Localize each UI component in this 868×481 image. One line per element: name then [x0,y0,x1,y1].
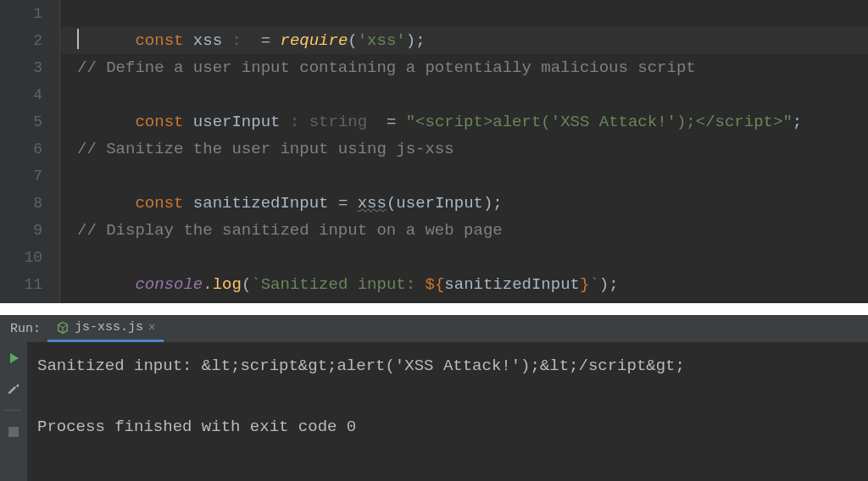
gutter-line: 2 [0,27,42,54]
gutter-line: 4 [0,81,42,108]
gutter-line: 7 [0,163,42,190]
gutter-line: 9 [0,217,42,244]
gutter-line: 1 [0,0,42,27]
stop-button[interactable] [4,423,23,441]
svg-rect-0 [8,427,19,437]
gutter-line: 6 [0,135,42,163]
rerun-button[interactable] [4,349,23,368]
gutter-line: 3 [0,54,42,81]
text-caret [77,29,79,49]
code-line: const userInput : string = "<script>aler… [77,81,868,108]
code-line: const xss : = require('xss'); [77,0,868,27]
output-line: Sanitized input: &lt;script&gt;alert('XS… [37,351,858,381]
code-line: const sanitizedInput = xss(userInput); [77,163,868,190]
gutter-line: 5 [0,108,42,135]
close-icon[interactable]: × [148,321,155,334]
editor-pane: 1 2 3 4 5 6 7 8 9 10 11 const xss : = re… [0,0,868,303]
settings-button[interactable] [4,379,23,398]
run-label: Run: [3,322,47,336]
code-line: // Sanitize the user input using js-xss [77,135,868,163]
gutter-line: 10 [0,244,42,271]
run-tool-window: Run: js-xss.js × Sanitized input: &lt;sc… [0,315,868,481]
code-line: // Display the sanitized input on a web … [77,217,868,244]
code-line: console.log(`Sanitized input: ${sanitize… [77,244,868,271]
gutter-line: 11 [0,271,42,298]
run-toolbar [0,342,27,481]
line-number-gutter: 1 2 3 4 5 6 7 8 9 10 11 [0,0,59,303]
code-editor[interactable]: const xss : = require('xss'); // Define … [59,0,868,303]
nodejs-icon [56,321,70,334]
pane-separator[interactable] [0,303,868,315]
console-output[interactable]: Sanitized input: &lt;script&gt;alert('XS… [27,342,868,481]
run-header: Run: js-xss.js × [0,315,868,342]
toolbar-divider [5,410,22,411]
output-line: Process finished with exit code 0 [37,412,858,442]
gutter-line: 8 [0,190,42,217]
code-line: // Define a user input containing a pote… [77,54,868,81]
